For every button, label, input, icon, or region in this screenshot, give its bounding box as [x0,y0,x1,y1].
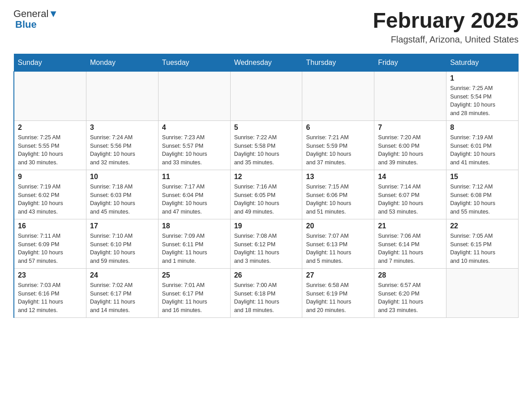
calendar-week-row: 2Sunrise: 7:25 AM Sunset: 5:55 PM Daylig… [14,120,519,170]
col-monday: Monday [86,54,159,71]
calendar-cell [446,268,519,317]
day-info: Sunrise: 7:05 AM Sunset: 6:15 PM Dayligh… [450,232,515,265]
day-info: Sunrise: 7:06 AM Sunset: 6:14 PM Dayligh… [378,232,442,265]
calendar-table: Sunday Monday Tuesday Wednesday Thursday… [13,54,519,318]
col-saturday: Saturday [446,54,519,71]
col-thursday: Thursday [302,54,374,71]
calendar-week-row: 23Sunrise: 7:03 AM Sunset: 6:16 PM Dayli… [14,268,519,317]
logo-general-line: General▼ [13,9,58,19]
calendar-cell: 8Sunrise: 7:19 AM Sunset: 6:01 PM Daylig… [446,120,519,170]
calendar-cell: 6Sunrise: 7:21 AM Sunset: 5:59 PM Daylig… [302,120,374,170]
calendar-cell: 16Sunrise: 7:11 AM Sunset: 6:09 PM Dayli… [14,219,86,268]
day-number: 2 [18,124,82,132]
logo-blue-text: Blue [15,19,37,30]
calendar-cell: 7Sunrise: 7:20 AM Sunset: 6:00 PM Daylig… [374,120,446,170]
header-row: Sunday Monday Tuesday Wednesday Thursday… [14,54,519,71]
day-number: 23 [18,271,82,279]
calendar-body: 1Sunrise: 7:25 AM Sunset: 5:54 PM Daylig… [14,71,519,317]
day-info: Sunrise: 7:03 AM Sunset: 6:16 PM Dayligh… [18,281,82,315]
calendar-cell: 1Sunrise: 7:25 AM Sunset: 5:54 PM Daylig… [446,71,519,120]
col-wednesday: Wednesday [230,54,302,71]
day-number: 7 [378,124,442,132]
day-number: 26 [234,271,299,279]
day-info: Sunrise: 7:18 AM Sunset: 6:03 PM Dayligh… [90,183,154,216]
calendar-cell: 13Sunrise: 7:15 AM Sunset: 6:06 PM Dayli… [302,170,374,219]
day-number: 15 [450,173,515,181]
day-number: 17 [90,222,154,230]
day-number: 13 [306,173,370,181]
calendar-cell: 27Sunrise: 6:58 AM Sunset: 6:19 PM Dayli… [302,268,374,317]
day-number: 4 [162,124,227,132]
calendar-cell [374,71,446,120]
day-number: 24 [90,271,154,279]
day-number: 9 [18,173,82,181]
calendar-week-row: 16Sunrise: 7:11 AM Sunset: 6:09 PM Dayli… [14,219,519,268]
day-number: 25 [162,271,227,279]
day-info: Sunrise: 7:01 AM Sunset: 6:17 PM Dayligh… [162,281,227,315]
calendar-cell [230,71,302,120]
calendar-cell [86,71,159,120]
day-info: Sunrise: 7:25 AM Sunset: 5:54 PM Dayligh… [450,84,515,118]
day-number: 10 [90,173,154,181]
calendar-cell: 9Sunrise: 7:19 AM Sunset: 6:02 PM Daylig… [14,170,86,219]
day-info: Sunrise: 7:19 AM Sunset: 6:02 PM Dayligh… [18,183,82,216]
calendar-cell: 23Sunrise: 7:03 AM Sunset: 6:16 PM Dayli… [14,268,86,317]
day-info: Sunrise: 7:20 AM Sunset: 6:00 PM Dayligh… [378,133,442,167]
day-info: Sunrise: 7:14 AM Sunset: 6:07 PM Dayligh… [378,183,442,216]
logo: General▼ Blue [13,9,58,30]
day-number: 12 [234,173,299,181]
calendar-cell: 4Sunrise: 7:23 AM Sunset: 5:57 PM Daylig… [158,120,230,170]
day-info: Sunrise: 7:25 AM Sunset: 5:55 PM Dayligh… [18,133,82,167]
month-year-title: February 2025 [373,9,519,33]
day-info: Sunrise: 7:07 AM Sunset: 6:13 PM Dayligh… [306,232,370,265]
calendar-cell: 5Sunrise: 7:22 AM Sunset: 5:58 PM Daylig… [230,120,302,170]
calendar-cell: 20Sunrise: 7:07 AM Sunset: 6:13 PM Dayli… [302,219,374,268]
day-info: Sunrise: 7:00 AM Sunset: 6:18 PM Dayligh… [234,281,299,315]
day-info: Sunrise: 7:17 AM Sunset: 6:04 PM Dayligh… [162,183,227,216]
day-info: Sunrise: 7:23 AM Sunset: 5:57 PM Dayligh… [162,133,227,167]
day-info: Sunrise: 7:22 AM Sunset: 5:58 PM Dayligh… [234,133,299,167]
calendar-cell: 22Sunrise: 7:05 AM Sunset: 6:15 PM Dayli… [446,219,519,268]
day-number: 1 [450,74,515,82]
day-info: Sunrise: 6:58 AM Sunset: 6:19 PM Dayligh… [306,281,370,315]
logo-triangle-icon: ▼ [48,8,58,19]
day-number: 21 [378,222,442,230]
calendar-cell: 12Sunrise: 7:16 AM Sunset: 6:05 PM Dayli… [230,170,302,219]
calendar-week-row: 9Sunrise: 7:19 AM Sunset: 6:02 PM Daylig… [14,170,519,219]
day-info: Sunrise: 7:08 AM Sunset: 6:12 PM Dayligh… [234,232,299,265]
calendar-cell: 10Sunrise: 7:18 AM Sunset: 6:03 PM Dayli… [86,170,159,219]
day-info: Sunrise: 7:19 AM Sunset: 6:01 PM Dayligh… [450,133,515,167]
day-number: 20 [306,222,370,230]
col-sunday: Sunday [14,54,86,71]
calendar-cell: 24Sunrise: 7:02 AM Sunset: 6:17 PM Dayli… [86,268,159,317]
day-number: 14 [378,173,442,181]
day-number: 28 [378,271,442,279]
calendar-header: Sunday Monday Tuesday Wednesday Thursday… [14,54,519,71]
calendar-cell [302,71,374,120]
calendar-cell [14,71,86,120]
day-info: Sunrise: 6:57 AM Sunset: 6:20 PM Dayligh… [378,281,442,315]
calendar-cell: 14Sunrise: 7:14 AM Sunset: 6:07 PM Dayli… [374,170,446,219]
calendar-cell: 15Sunrise: 7:12 AM Sunset: 6:08 PM Dayli… [446,170,519,219]
page-header: General▼ Blue February 2025 Flagstaff, A… [13,9,519,45]
calendar-cell: 11Sunrise: 7:17 AM Sunset: 6:04 PM Dayli… [158,170,230,219]
day-number: 27 [306,271,370,279]
day-number: 19 [234,222,299,230]
day-info: Sunrise: 7:15 AM Sunset: 6:06 PM Dayligh… [306,183,370,216]
day-number: 16 [18,222,82,230]
day-number: 3 [90,124,154,132]
calendar-week-row: 1Sunrise: 7:25 AM Sunset: 5:54 PM Daylig… [14,71,519,120]
day-number: 11 [162,173,227,181]
calendar-cell [158,71,230,120]
calendar-cell: 2Sunrise: 7:25 AM Sunset: 5:55 PM Daylig… [14,120,86,170]
day-info: Sunrise: 7:16 AM Sunset: 6:05 PM Dayligh… [234,183,299,216]
day-info: Sunrise: 7:21 AM Sunset: 5:59 PM Dayligh… [306,133,370,167]
calendar-cell: 19Sunrise: 7:08 AM Sunset: 6:12 PM Dayli… [230,219,302,268]
day-info: Sunrise: 7:12 AM Sunset: 6:08 PM Dayligh… [450,183,515,216]
calendar-cell: 17Sunrise: 7:10 AM Sunset: 6:10 PM Dayli… [86,219,159,268]
day-number: 22 [450,222,515,230]
col-tuesday: Tuesday [158,54,230,71]
day-info: Sunrise: 7:02 AM Sunset: 6:17 PM Dayligh… [90,281,154,315]
title-area: February 2025 Flagstaff, Arizona, United… [373,9,519,45]
day-number: 5 [234,124,299,132]
